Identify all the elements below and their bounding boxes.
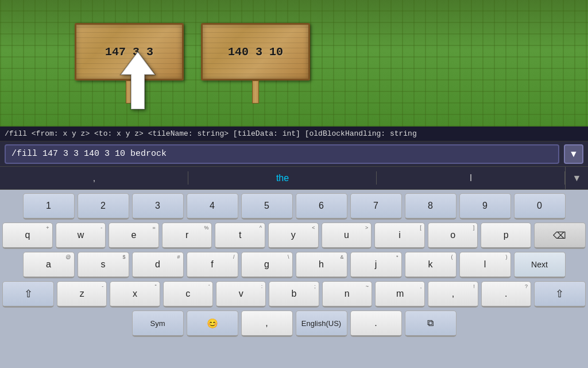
key-punctuation-1[interactable]: !, — [428, 281, 478, 308]
keyboard-row-asdf: @a $s #d /f \g &h *j (k )l Next — [2, 252, 586, 278]
key-i[interactable]: [i — [374, 223, 425, 249]
key-v[interactable]: :v — [216, 281, 266, 308]
key-y[interactable]: <y — [268, 223, 319, 249]
key-h[interactable]: &h — [296, 252, 347, 278]
key-7[interactable]: 7 — [350, 193, 402, 220]
key-p[interactable]: p — [481, 223, 531, 249]
key-comma-bottom[interactable]: , — [241, 310, 293, 337]
command-hint-bar: /fill <from: x y z> <to: x y z> <tileNam… — [0, 126, 588, 141]
autocomplete-chevron[interactable]: ▼ — [565, 167, 588, 189]
key-l[interactable]: )l — [459, 252, 511, 278]
key-emoji[interactable]: 😊 — [187, 310, 238, 337]
arrow-indicator — [103, 46, 172, 115]
key-x[interactable]: "x — [110, 281, 160, 308]
key-shift-right[interactable]: ⇧ — [534, 281, 586, 308]
sign-2: 140 3 10 — [201, 23, 310, 80]
dropdown-button[interactable]: ▼ — [564, 144, 583, 164]
key-3[interactable]: 3 — [132, 193, 184, 220]
key-6[interactable]: 6 — [296, 193, 347, 220]
key-punctuation-2[interactable]: ?. — [481, 281, 531, 308]
key-next[interactable]: Next — [514, 252, 566, 278]
key-b[interactable]: ;b — [269, 281, 319, 308]
key-4[interactable]: 4 — [187, 193, 238, 220]
key-s[interactable]: $s — [78, 252, 129, 278]
key-5[interactable]: 5 — [241, 193, 293, 220]
key-n[interactable]: ~n — [322, 281, 372, 308]
key-period-bottom[interactable]: . — [350, 310, 402, 337]
key-r[interactable]: %r — [162, 223, 212, 249]
keyboard-row-numbers: 1 2 3 4 5 6 7 8 9 0 — [2, 193, 586, 220]
key-u[interactable]: >u — [322, 223, 372, 249]
key-q[interactable]: +q — [2, 223, 53, 249]
key-9[interactable]: 9 — [459, 193, 511, 220]
keyboard-row-zxcv: ⇧ -z "x 'c :v ;b ~n ,m !, ?. ⇧ — [2, 281, 586, 308]
key-c[interactable]: 'c — [163, 281, 213, 308]
key-sym[interactable]: Sym — [132, 310, 184, 337]
keyboard-row-qwerty: +q -w =e %r ^t <y >u [i ]o p ⌫ — [2, 223, 586, 249]
svg-marker-0 — [121, 52, 155, 109]
command-hint-text: /fill <from: x y z> <to: x y z> <tileNam… — [5, 129, 417, 138]
key-clipboard[interactable]: ⧉ — [405, 310, 457, 337]
key-w[interactable]: -w — [56, 223, 106, 249]
key-f[interactable]: /f — [187, 252, 238, 278]
key-language[interactable]: English(US) — [296, 310, 347, 337]
key-j[interactable]: *j — [350, 252, 402, 278]
key-a[interactable]: @a — [23, 252, 75, 278]
key-m[interactable]: ,m — [375, 281, 425, 308]
command-input-field[interactable] — [5, 144, 559, 164]
key-k[interactable]: (k — [405, 252, 457, 278]
key-e[interactable]: =e — [109, 223, 159, 249]
key-backspace[interactable]: ⌫ — [534, 223, 586, 249]
key-g[interactable]: \g — [241, 252, 293, 278]
key-1[interactable]: 1 — [23, 193, 75, 220]
game-viewport: 147 3 3 140 3 10 — [0, 0, 588, 126]
keyboard-row-bottom: Sym 😊 , English(US) . ⧉ — [2, 310, 586, 337]
keyboard: 1 2 3 4 5 6 7 8 9 0 +q -w =e %r ^t <y >u… — [0, 190, 588, 368]
key-z[interactable]: -z — [57, 281, 107, 308]
sign-2-text: 140 3 10 — [228, 45, 283, 59]
command-input-bar: ▼ — [0, 141, 588, 167]
autocomplete-i[interactable]: I — [377, 167, 565, 189]
key-t[interactable]: ^t — [215, 223, 265, 249]
autocomplete-comma[interactable]: , — [0, 167, 188, 189]
key-8[interactable]: 8 — [405, 193, 457, 220]
key-0[interactable]: 0 — [514, 193, 566, 220]
key-d[interactable]: #d — [132, 252, 184, 278]
autocomplete-the[interactable]: the — [188, 167, 377, 189]
key-o[interactable]: ]o — [428, 223, 478, 249]
key-2[interactable]: 2 — [78, 193, 129, 220]
autocomplete-bar: , the I ▼ — [0, 167, 588, 190]
key-shift-left[interactable]: ⇧ — [2, 281, 54, 308]
